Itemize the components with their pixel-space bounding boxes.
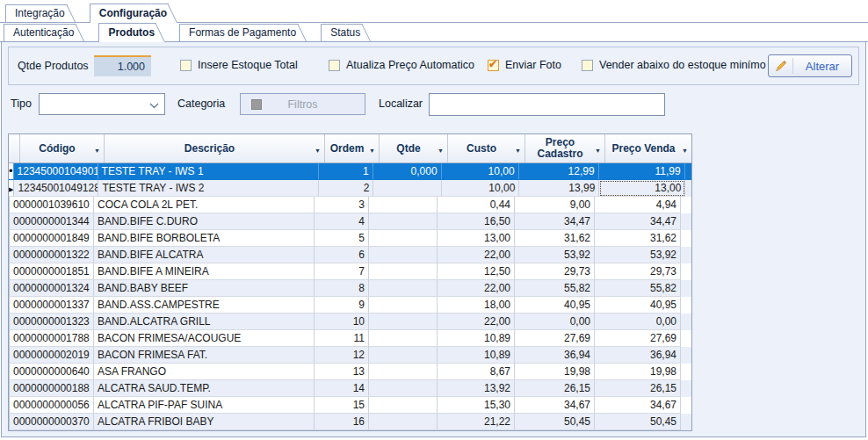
cell-desc[interactable]: ASA FRANGO (94, 364, 315, 380)
cell-qtde[interactable] (369, 380, 438, 397)
checkbox-box-icon[interactable] (329, 60, 340, 71)
cell-cadastro[interactable]: 40,95 (515, 297, 595, 314)
cell-custo[interactable]: 15,30 (438, 397, 515, 414)
cell-cadastro[interactable]: 29,73 (515, 263, 595, 280)
cell-desc[interactable]: BAND.ASS.CAMPESTRE (94, 297, 315, 314)
filtros-button[interactable]: Filtros (240, 93, 365, 115)
cell-venda[interactable]: 13,00 (599, 180, 685, 197)
cell-qtde[interactable] (369, 414, 438, 430)
column-header-custo[interactable]: Custo ▼ (448, 134, 525, 162)
cell-venda[interactable]: 0,00 (595, 314, 681, 330)
column-filter-arrow-icon[interactable]: ▼ (682, 145, 688, 156)
cell-venda[interactable]: 34,67 (595, 397, 681, 414)
cell-venda[interactable]: 40,95 (595, 297, 681, 314)
cell-cadastro[interactable]: 13,99 (519, 180, 599, 197)
table-row[interactable]: 0000000001849BAND.BIFE BORBOLETA513,0031… (9, 230, 691, 247)
cell-code[interactable]: 0000000001344 (10, 213, 94, 230)
checkbox-box-icon[interactable] (180, 60, 192, 71)
column-header-codigo[interactable]: Código ▼ (20, 134, 105, 162)
cell-custo[interactable]: 8,67 (438, 364, 515, 380)
column-filter-arrow-icon[interactable]: ▼ (94, 145, 100, 156)
cell-ordem[interactable]: 11 (315, 330, 369, 347)
column-header-qtde[interactable]: Qtde ▼ (380, 134, 448, 162)
checkbox-insere-estoque-total[interactable]: Insere Estoque Total (180, 59, 298, 71)
table-row[interactable]: •12345000104901TESTE TRAY - IWS 110,0001… (9, 163, 691, 180)
cell-custo[interactable]: 22,00 (438, 247, 515, 263)
cell-ordem[interactable]: 10 (315, 314, 369, 330)
cell-code[interactable]: 0000000000640 (10, 364, 94, 380)
table-row[interactable]: 0000000002019BACON FRIMESA FAT.1210,8936… (9, 347, 691, 364)
cell-venda[interactable]: 19,98 (595, 364, 681, 380)
cell-venda[interactable]: 34,47 (595, 213, 681, 230)
cell-desc[interactable]: BAND.BABY BEEF (94, 280, 315, 297)
cell-cadastro[interactable]: 0,00 (515, 314, 595, 330)
cell-custo[interactable]: 10,00 (442, 180, 519, 197)
tab-formas-de-pagamento[interactable]: Formas de Pagamento (179, 24, 298, 41)
cell-ordem[interactable]: 14 (315, 380, 369, 397)
table-row[interactable]: 0000000001344BAND.BIFE C.DURO416,5034,47… (9, 213, 691, 230)
cell-custo[interactable]: 21,22 (438, 414, 515, 430)
cell-desc[interactable]: BAND.ALCATRA GRILL (94, 314, 315, 330)
cell-ordem[interactable]: 12 (315, 347, 369, 364)
cell-code[interactable]: 0000000000188 (10, 380, 94, 397)
cell-code[interactable]: 0000000000056 (10, 397, 94, 414)
cell-cadastro[interactable]: 55,82 (515, 280, 595, 297)
table-row[interactable]: 0000000001337BAND.ASS.CAMPESTRE918,0040,… (9, 297, 691, 314)
cell-ordem[interactable]: 13 (315, 364, 369, 380)
table-row[interactable]: ▶12345001049128TESTE TRAY - IWS 2210,001… (9, 180, 691, 197)
cell-code[interactable]: 0000000001788 (10, 330, 94, 347)
cell-cadastro[interactable]: 50,45 (515, 414, 595, 430)
cell-code[interactable]: 0000000001337 (10, 297, 94, 314)
cell-ordem[interactable]: 4 (315, 213, 369, 230)
checkbox-atualiza-preco-automatico[interactable]: Atualiza Preço Automatico (329, 59, 474, 71)
cell-cadastro[interactable]: 31,62 (515, 230, 595, 247)
table-row[interactable]: 0000000000640ASA FRANGO138,6719,9819,98 (9, 364, 691, 380)
cell-ordem[interactable]: 2 (319, 180, 373, 197)
cell-custo[interactable]: 10,00 (442, 163, 519, 180)
cell-desc[interactable]: BAND.BIFE A MINEIRA (94, 263, 315, 280)
alterar-button[interactable]: Alterar (768, 54, 852, 77)
cell-desc[interactable]: ALCATRA FRIBOI BABY (94, 414, 315, 430)
cell-qtde[interactable]: 0,000 (373, 163, 442, 180)
cell-qtde[interactable] (373, 180, 442, 197)
cell-code[interactable]: 0000000001851 (10, 263, 94, 280)
tab-configuracao[interactable]: Configuração (90, 4, 169, 23)
cell-desc[interactable]: TESTE TRAY - IWS 1 (98, 163, 319, 180)
cell-venda[interactable]: 36,94 (595, 347, 681, 364)
cell-ordem[interactable]: 15 (315, 397, 369, 414)
checkbox-enviar-foto[interactable]: Enviar Foto (488, 59, 561, 71)
column-filter-arrow-icon[interactable]: ▼ (369, 145, 375, 156)
column-header-ordem[interactable]: Ordem ▼ (325, 134, 380, 162)
cell-qtde[interactable] (369, 330, 438, 347)
cell-desc[interactable]: BAND.BIFE ALCATRA (94, 247, 315, 263)
cell-qtde[interactable] (369, 213, 438, 230)
cell-cadastro[interactable]: 27,69 (515, 330, 595, 347)
cell-venda[interactable]: 29,73 (595, 263, 681, 280)
cell-qtde[interactable] (369, 397, 438, 414)
column-filter-arrow-icon[interactable]: ▼ (438, 145, 444, 156)
table-row[interactable]: 0000000001324BAND.BABY BEEF822,0055,8255… (9, 280, 691, 297)
qtde-produtos-field[interactable]: 1.000 (94, 55, 151, 76)
cell-custo[interactable]: 13,92 (438, 380, 515, 397)
cell-venda[interactable]: 50,45 (595, 414, 681, 430)
cell-qtde[interactable] (369, 364, 438, 380)
cell-cadastro[interactable]: 26,15 (515, 380, 595, 397)
cell-venda[interactable]: 31,62 (595, 230, 681, 247)
table-row[interactable]: 0000000000370ALCATRA FRIBOI BABY1621,225… (9, 414, 691, 430)
table-row[interactable]: 0000000001851BAND.BIFE A MINEIRA712,5029… (9, 263, 691, 280)
cell-ordem[interactable]: 7 (315, 263, 369, 280)
cell-desc[interactable]: BAND.BIFE C.DURO (94, 213, 315, 230)
cell-code[interactable]: 0000001039610 (10, 197, 94, 213)
cell-code[interactable]: 12345000104901 (14, 163, 98, 180)
cell-venda[interactable]: 53,92 (595, 247, 681, 263)
tab-integracao[interactable]: Integração (5, 4, 67, 22)
cell-ordem[interactable]: 1 (319, 163, 373, 180)
cell-code[interactable]: 0000000001849 (10, 230, 94, 247)
cell-desc[interactable]: COCA COLA 2L PET. (94, 197, 315, 213)
cell-ordem[interactable]: 6 (315, 247, 369, 263)
cell-qtde[interactable] (369, 314, 438, 330)
cell-cadastro[interactable]: 34,47 (515, 213, 595, 230)
cell-venda[interactable]: 11,99 (599, 163, 685, 180)
cell-qtde[interactable] (369, 263, 438, 280)
cell-custo[interactable]: 16,50 (438, 213, 515, 230)
